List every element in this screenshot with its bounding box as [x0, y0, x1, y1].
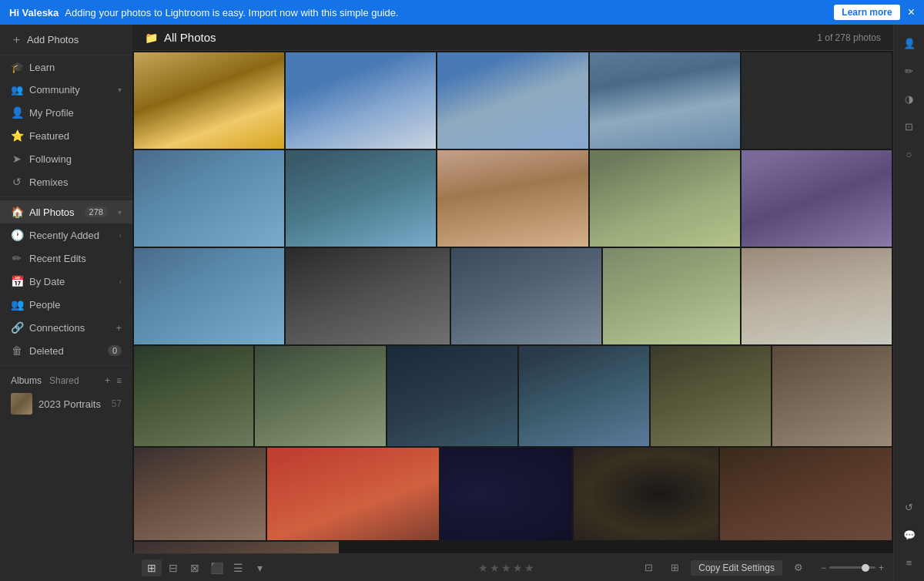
sidebar-item-by-date[interactable]: 📅 By Date ‹: [0, 270, 132, 293]
deleted-count: 0: [108, 345, 122, 356]
right-icon-detail[interactable]: ⊡: [897, 114, 922, 139]
sidebar-divider: [0, 196, 132, 197]
recently-added-label: Recently Added: [29, 230, 99, 241]
content-area: 📁 All Photos 1 of 278 photos: [132, 25, 893, 581]
star-5[interactable]: ★: [524, 562, 534, 574]
right-icon-history[interactable]: ↺: [897, 495, 922, 519]
albums-actions: + ≡: [105, 375, 122, 386]
photo-cell[interactable]: [134, 542, 339, 553]
edit-right-icon: ✏: [905, 65, 913, 77]
star-2[interactable]: ★: [490, 562, 500, 574]
photo-cell[interactable]: [651, 346, 770, 446]
sidebar-item-learn[interactable]: 🎓 Learn: [0, 55, 132, 79]
remixes-label: Remixes: [29, 176, 69, 188]
photo-cell[interactable]: [255, 346, 385, 446]
people-icon: 👥: [11, 298, 23, 311]
view-small-grid-button[interactable]: ⊟: [163, 559, 183, 576]
comment-right-icon: 💬: [903, 529, 916, 541]
photo-cell[interactable]: [590, 150, 740, 247]
album-name: 2023 Portraits: [38, 398, 101, 410]
view-options-button[interactable]: ▾: [249, 559, 270, 576]
star-3[interactable]: ★: [501, 562, 511, 574]
deleted-label: Deleted: [29, 345, 64, 357]
connections-icon: 🔗: [11, 321, 23, 334]
photo-cell[interactable]: [519, 346, 649, 446]
notification-message: Adding your photos to Lightroom is easy.…: [65, 7, 834, 18]
photo-cell[interactable]: [603, 248, 739, 344]
photo-cell[interactable]: [267, 448, 439, 540]
photo-cell[interactable]: [286, 150, 436, 247]
learn-more-button[interactable]: Learn more: [834, 5, 899, 20]
sidebar-item-deleted[interactable]: 🗑 Deleted 0: [0, 339, 132, 362]
sidebar-item-featured[interactable]: ⭐ Featured: [0, 124, 132, 147]
photo-cell[interactable]: [134, 346, 253, 446]
star-1[interactable]: ★: [478, 562, 488, 574]
zoom-slider[interactable]: [829, 566, 875, 569]
sidebar-item-recent-edits[interactable]: ✏ Recent Edits: [0, 247, 132, 270]
add-connection-icon[interactable]: +: [116, 322, 122, 334]
following-icon: ➤: [11, 153, 23, 165]
sidebar-item-connections[interactable]: 🔗 Connections +: [0, 316, 132, 339]
photo-grid: [132, 51, 893, 553]
adjust-right-icon: ◑: [905, 93, 913, 105]
compare-icon[interactable]: ⊞: [665, 559, 685, 576]
star-4[interactable]: ★: [513, 562, 523, 574]
sidebar-item-following[interactable]: ➤ Following: [0, 147, 132, 170]
right-icon-adjust[interactable]: ◑: [897, 86, 922, 111]
add-album-icon[interactable]: +: [105, 375, 110, 386]
sidebar-item-all-photos[interactable]: 🏠 All Photos 278 ▾: [0, 200, 132, 223]
clock-icon: 🕐: [11, 229, 23, 241]
photo-cell[interactable]: [387, 346, 517, 446]
photo-cell[interactable]: [574, 448, 718, 540]
sidebar-item-recently-added[interactable]: 🕐 Recently Added ‹: [0, 223, 132, 247]
view-compare-button[interactable]: ⊠: [185, 559, 205, 576]
photo-cell[interactable]: [720, 448, 892, 540]
view-grid-button[interactable]: ⊞: [142, 559, 162, 576]
view-buttons: ⊞ ⊟ ⊠ ⬛ ☰ ▾: [142, 559, 270, 576]
calendar-icon: 📅: [11, 275, 23, 287]
shared-label[interactable]: Shared: [49, 375, 79, 386]
view-list-button[interactable]: ☰: [228, 559, 248, 576]
zoom-out-icon[interactable]: −: [821, 563, 826, 573]
sidebar-item-community[interactable]: 👥 Community ▾: [0, 79, 132, 101]
sort-albums-icon[interactable]: ≡: [116, 375, 122, 386]
right-icon-comment[interactable]: 💬: [897, 522, 922, 547]
empty-space: [340, 542, 892, 553]
zoom-slider-thumb[interactable]: [862, 564, 869, 572]
crop-icon[interactable]: ⊡: [638, 559, 658, 576]
add-photos-button[interactable]: ＋ Add Photos: [0, 25, 132, 55]
notification-close-button[interactable]: ×: [908, 6, 915, 18]
view-detail-button[interactable]: ⬛: [206, 559, 226, 576]
photo-cell[interactable]: [286, 248, 450, 344]
copy-edit-settings-button[interactable]: Copy Edit Settings: [691, 560, 782, 576]
photo-cell[interactable]: [134, 448, 266, 540]
photo-cell[interactable]: [286, 52, 436, 149]
recent-edits-label: Recent Edits: [29, 253, 86, 264]
photo-cell[interactable]: [440, 448, 572, 540]
photo-cell[interactable]: [134, 52, 284, 149]
photo-cell[interactable]: [134, 150, 284, 247]
photo-cell[interactable]: [772, 346, 892, 446]
people-label: People: [29, 299, 60, 311]
zoom-in-icon[interactable]: +: [879, 563, 884, 573]
settings-icon[interactable]: ⚙: [788, 559, 808, 576]
sidebar-item-my-profile[interactable]: 👤 My Profile: [0, 101, 132, 124]
right-icon-optics[interactable]: ○: [897, 142, 922, 166]
sidebar-item-remixes[interactable]: ↺ Remixes: [0, 170, 132, 193]
photo-cell[interactable]: [451, 248, 601, 344]
sidebar: ＋ Add Photos 🎓 Learn 👥 Community ▾ 👤 My …: [0, 25, 132, 581]
photo-cell[interactable]: [742, 52, 892, 149]
right-icon-activity[interactable]: ≡: [897, 550, 922, 575]
right-icon-edit[interactable]: ✏: [897, 59, 922, 83]
photo-cell[interactable]: [590, 52, 740, 149]
right-icon-profile[interactable]: 👤: [897, 31, 922, 55]
photo-cell[interactable]: [742, 248, 892, 344]
photo-cell[interactable]: [437, 150, 588, 247]
photo-cell[interactable]: [134, 248, 284, 344]
photo-cell[interactable]: [437, 52, 588, 149]
sidebar-item-people[interactable]: 👥 People: [0, 293, 132, 316]
chevron-left-icon: ‹: [119, 231, 122, 240]
by-date-label: By Date: [29, 276, 65, 287]
album-item-2023-portraits[interactable]: 2023 Portraits 57: [0, 389, 132, 418]
photo-cell[interactable]: [742, 150, 892, 247]
